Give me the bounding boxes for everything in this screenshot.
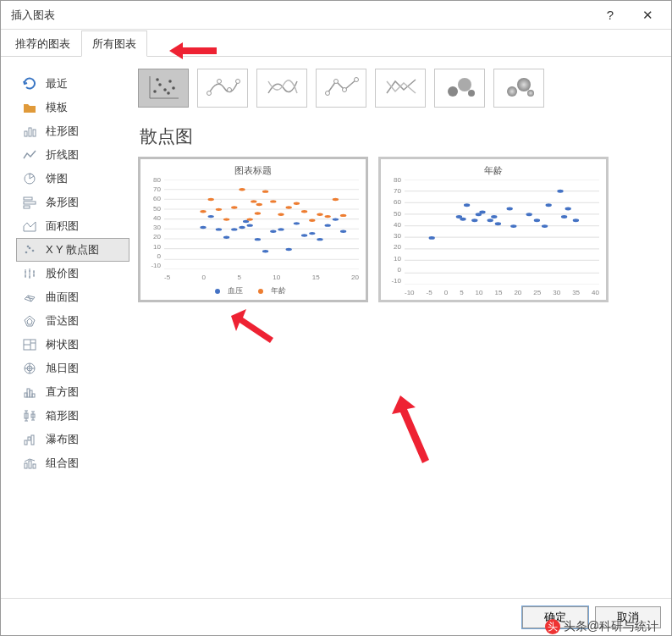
svg-point-44 [507,86,517,97]
svg-point-85 [255,212,261,214]
svg-point-37 [326,91,330,96]
plot-area [164,180,359,269]
subtype-bubble[interactable] [434,69,485,108]
insert-chart-dialog: 插入图表 ? ✕ 推荐的图表 所有图表 最近 模板 柱形图 折线图 饼图 条形图… [0,0,672,636]
svg-rect-21 [28,437,30,440]
x-axis-labels: -505101520 [164,274,359,281]
subtype-scatter-straight[interactable] [375,69,426,108]
subtype-scatter-straight-markers[interactable] [316,69,366,108]
close-button[interactable]: ✕ [629,3,666,28]
sidebar-item-area[interactable]: 面积图 [16,214,129,238]
x-axis-labels: -10-50510152025303540 [405,289,599,296]
tab-recommended[interactable]: 推荐的图表 [4,30,81,57]
chart-subtype-row [138,69,663,108]
surface-chart-icon [22,290,37,305]
svg-point-68 [278,228,284,230]
svg-point-89 [278,213,284,216]
tab-all-charts[interactable]: 所有图表 [81,30,147,57]
svg-point-33 [207,91,212,96]
svg-point-66 [262,250,268,252]
sidebar-item-treemap[interactable]: 树状图 [16,333,129,357]
svg-point-127 [573,218,579,222]
chart-preview-2[interactable]: 年龄 80706050403020100-10 -10-505101520253… [378,157,609,302]
sidebar-item-column[interactable]: 柱形图 [16,119,129,143]
titlebar: 插入图表 ? ✕ [1,1,671,30]
sidebar-item-radar[interactable]: 雷达图 [16,309,129,333]
svg-rect-5 [24,202,36,204]
svg-point-116 [491,215,497,218]
svg-point-40 [355,78,359,82]
sidebar-item-line[interactable]: 折线图 [16,143,129,167]
subtype-bubble-3d[interactable] [493,69,544,108]
sidebar-item-surface[interactable]: 曲面图 [16,285,129,309]
svg-point-117 [495,222,501,225]
sidebar-item-label: X Y 散点图 [46,242,99,257]
sidebar-item-histogram[interactable]: 直方图 [16,380,129,404]
svg-point-115 [487,218,493,222]
chart-preview-1[interactable]: 图表标题 80706050403020100-10 -505101520 血压年… [138,157,368,302]
sidebar-item-label: 柱形图 [46,124,79,139]
sidebar-item-label: 箱形图 [46,408,79,423]
radar-chart-icon [22,313,37,329]
bar-chart-icon [22,195,37,210]
pie-chart-icon [22,171,37,186]
svg-rect-2 [33,130,36,136]
svg-point-59 [216,228,222,230]
svg-point-91 [294,202,300,205]
subtype-scatter-smooth-markers[interactable] [197,69,248,108]
sidebar-item-label: 面积图 [46,218,79,234]
svg-point-81 [231,206,237,208]
sidebar-item-label: 饼图 [46,171,68,186]
sidebar-item-stock[interactable]: 股价图 [16,262,129,285]
svg-point-88 [270,200,276,202]
chart-preview-title: 图表标题 [140,159,366,177]
svg-point-82 [239,188,245,191]
combo-chart-icon [22,456,37,471]
sidebar-item-recent[interactable]: 最近 [16,72,129,96]
svg-point-35 [228,88,232,92]
svg-point-76 [340,230,346,233]
svg-point-124 [557,190,563,193]
svg-point-96 [333,198,339,201]
sidebar-item-label: 雷达图 [46,313,79,329]
subtype-scatter-smooth[interactable] [256,69,307,108]
sidebar-item-boxwhisker[interactable]: 箱形图 [16,404,129,428]
svg-rect-25 [33,464,36,468]
svg-point-39 [343,88,347,92]
svg-point-78 [208,198,214,201]
svg-point-92 [301,210,307,213]
svg-point-28 [163,88,167,91]
svg-point-67 [270,230,276,233]
sidebar-item-combo[interactable]: 组合图 [16,451,129,475]
tab-bar: 推荐的图表 所有图表 [1,30,671,57]
svg-point-64 [247,224,253,226]
svg-point-80 [223,218,229,220]
chart-previews: 图表标题 80706050403020100-10 -505101520 血压年… [138,157,663,302]
svg-point-57 [200,226,206,229]
sidebar-item-template[interactable]: 模板 [16,96,129,119]
svg-rect-20 [25,440,27,445]
sidebar-item-waterfall[interactable]: 瀑布图 [16,428,129,451]
svg-point-46 [527,90,534,97]
help-button[interactable]: ? [592,3,629,28]
svg-rect-0 [25,131,27,136]
svg-point-31 [156,78,159,81]
chart-legend: 血压年龄 [140,285,366,296]
sidebar-item-sunburst[interactable]: 旭日图 [16,357,129,380]
svg-point-36 [236,80,240,84]
svg-point-69 [286,248,292,251]
svg-point-87 [262,190,268,192]
sidebar-item-bar[interactable]: 条形图 [16,191,129,214]
svg-point-42 [458,78,471,91]
sidebar-item-pie[interactable]: 饼图 [16,167,129,191]
sidebar-item-scatter[interactable]: X Y 散点图 [16,238,129,262]
svg-point-90 [286,206,292,208]
histogram-chart-icon [22,384,37,400]
svg-point-93 [309,219,315,222]
sidebar-item-label: 树状图 [46,337,79,352]
svg-point-65 [255,238,261,241]
svg-point-84 [251,200,256,202]
subtype-scatter-markers[interactable] [138,69,189,108]
plot-area [405,180,599,285]
svg-point-70 [294,222,300,224]
